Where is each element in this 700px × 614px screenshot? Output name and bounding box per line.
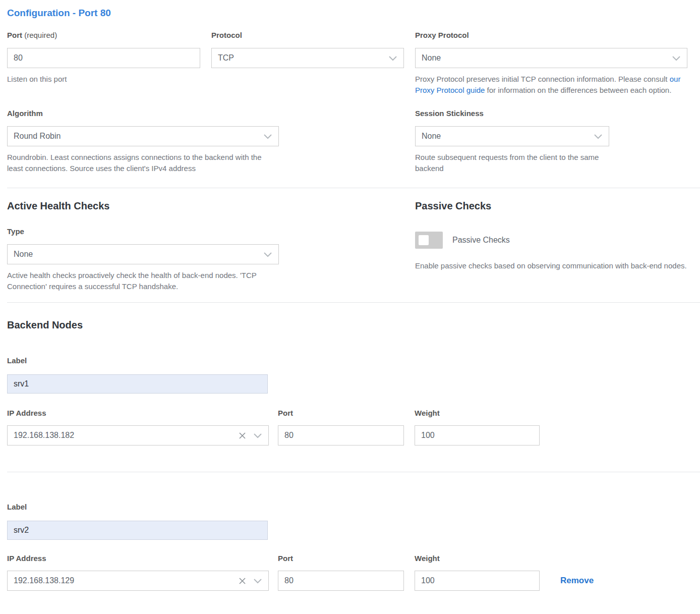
section-divider	[7, 302, 700, 303]
passive-checks-heading: Passive Checks	[415, 199, 687, 212]
ip-address-combobox[interactable]: 192.168.138.182	[7, 425, 269, 445]
node-port-label: Port	[278, 554, 404, 563]
session-stickiness-field-group: Session Stickiness None Route subsequent…	[415, 109, 609, 174]
clear-icon[interactable]	[239, 432, 246, 439]
passive-checks-column: Passive Checks Passive Checks Enable pas…	[415, 199, 687, 271]
remove-node-button[interactable]: Remove	[560, 576, 594, 585]
passive-checks-help-text: Enable passive checks based on observing…	[415, 260, 687, 271]
port-field-group: Port (required) Listen on this port	[7, 31, 200, 85]
node-weight-label: Weight	[415, 409, 540, 417]
passive-checks-toggle[interactable]	[415, 232, 443, 249]
algorithm-label: Algorithm	[7, 109, 279, 118]
node-port-label: Port	[278, 409, 404, 417]
node-label-input[interactable]	[7, 374, 268, 394]
node-weight-input[interactable]	[415, 425, 540, 445]
backend-node-2-address-row: IP Address 192.168.138.129 Port Weight	[7, 554, 687, 591]
node-weight-field-group: Weight	[415, 554, 540, 591]
proxy-protocol-select[interactable]: None	[415, 48, 687, 68]
session-stickiness-select[interactable]: None	[415, 126, 609, 146]
active-health-checks-column: Active Health Checks Type None Active he…	[7, 199, 279, 292]
node-port-field-group: Port	[278, 409, 404, 445]
node-weight-input[interactable]	[415, 571, 540, 591]
port-input[interactable]	[7, 48, 200, 68]
protocol-label: Protocol	[211, 31, 404, 39]
health-checks-section: Active Health Checks Type None Active he…	[7, 199, 687, 292]
proxy-protocol-field-group: Proxy Protocol None Proxy Protocol prese…	[415, 31, 687, 96]
backend-node-1-address-row: IP Address 192.168.138.182 Port Weight	[7, 409, 687, 445]
ip-address-label: IP Address	[7, 554, 269, 563]
node-label-input[interactable]	[7, 521, 268, 540]
port-label: Port (required)	[7, 31, 200, 39]
health-check-type-select[interactable]: None	[7, 244, 279, 264]
page-title: Configuration - Port 80	[7, 8, 687, 19]
passive-checks-toggle-label: Passive Checks	[452, 236, 510, 245]
node-remove-column: Remove	[560, 554, 594, 586]
backend-node-2: Label	[7, 503, 687, 540]
chevron-down-icon[interactable]	[253, 433, 262, 438]
node-weight-label: Weight	[415, 554, 540, 563]
node-port-input[interactable]	[278, 571, 404, 591]
clear-icon[interactable]	[239, 577, 246, 585]
ip-address-value: 192.168.138.182	[14, 431, 74, 440]
session-stickiness-label: Session Stickiness	[415, 109, 609, 118]
chevron-down-icon[interactable]	[253, 578, 262, 584]
algorithm-selected-value: Round Robin	[14, 132, 61, 141]
ip-address-value: 192.168.138.129	[14, 576, 74, 585]
section-divider	[7, 472, 700, 472]
chevron-down-icon	[594, 134, 603, 139]
nodebalancer-config-page: Configuration - Port 80 Port (required) …	[0, 0, 700, 614]
ip-address-field-group: IP Address 192.168.138.182	[7, 409, 269, 445]
chevron-down-icon	[263, 252, 272, 257]
active-health-checks-heading: Active Health Checks	[7, 199, 279, 212]
active-health-checks-help-text: Active health checks proactively check t…	[7, 270, 279, 292]
port-help-text: Listen on this port	[7, 74, 200, 85]
algorithm-help-text: Roundrobin. Least connections assigns co…	[7, 152, 279, 174]
session-stickiness-selected-value: None	[422, 132, 441, 141]
ip-address-field-group: IP Address 192.168.138.129	[7, 554, 269, 591]
node-label-label: Label	[7, 503, 687, 511]
algorithm-field-group: Algorithm Round Robin Roundrobin. Least …	[7, 109, 279, 174]
node-weight-field-group: Weight	[415, 409, 540, 445]
chevron-down-icon	[672, 55, 681, 61]
health-check-type-selected-value: None	[14, 250, 33, 259]
config-row-1: Port (required) Listen on this port Prot…	[7, 31, 687, 96]
algorithm-select[interactable]: Round Robin	[7, 126, 279, 146]
config-row-2: Algorithm Round Robin Roundrobin. Least …	[7, 109, 687, 174]
node-port-field-group: Port	[278, 554, 404, 591]
node-label-label: Label	[7, 356, 687, 365]
toggle-knob	[419, 235, 429, 245]
protocol-selected-value: TCP	[218, 53, 234, 63]
chevron-down-icon	[388, 55, 397, 61]
proxy-protocol-selected-value: None	[422, 53, 441, 63]
section-divider	[7, 188, 700, 188]
backend-node-1: Label	[7, 356, 687, 394]
session-stickiness-help-text: Route subsequent requests from the clien…	[415, 152, 609, 174]
protocol-select[interactable]: TCP	[211, 48, 404, 68]
ip-address-label: IP Address	[7, 409, 269, 417]
proxy-protocol-label: Proxy Protocol	[415, 31, 687, 39]
passive-checks-toggle-row: Passive Checks	[415, 232, 687, 249]
node-port-input[interactable]	[278, 425, 404, 445]
proxy-protocol-help-text: Proxy Protocol preserves initial TCP con…	[415, 74, 687, 96]
chevron-down-icon	[263, 134, 272, 139]
ip-address-combobox[interactable]: 192.168.138.129	[7, 571, 269, 591]
protocol-field-group: Protocol TCP	[211, 31, 404, 68]
backend-nodes-heading: Backend Nodes	[7, 318, 687, 331]
health-check-type-label: Type	[7, 227, 279, 236]
